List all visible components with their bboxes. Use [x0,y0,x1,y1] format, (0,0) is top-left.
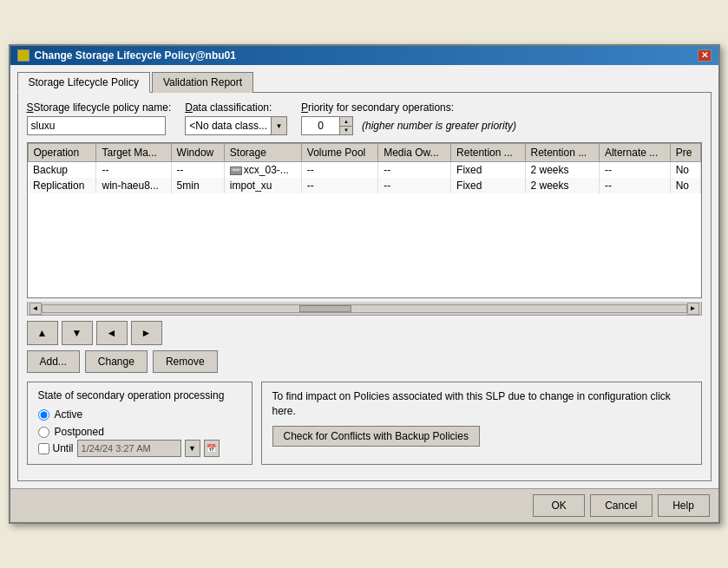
data-classification-label: Data classification: [185,101,287,114]
scroll-right-button[interactable]: ► [687,303,699,315]
spinner-down-button[interactable]: ▼ [340,127,352,135]
scroll-left-button[interactable]: ◄ [30,303,42,315]
nav-left-button[interactable]: ◄ [96,321,128,345]
title-bar-left: Change Storage Lifecycle Policy@nbu01 [17,49,236,62]
col-volume-pool: Volume Pool [301,144,377,162]
volume-pool-cell: -- [301,178,377,193]
state-box-title: State of secondary operation processing [38,389,241,402]
storage-icon [230,166,242,175]
window-title: Change Storage Lifecycle Policy@nbu01 [35,49,236,62]
data-classification-group: Data classification: <No data class... ▼ [185,101,287,135]
datetime-cal-button[interactable]: 📅 [204,440,220,457]
nav-up-button[interactable]: ▲ [27,321,58,345]
tab-content: SStorage lifecycle policy name: Data cla… [17,92,712,481]
retention1-cell: Fixed [451,162,525,179]
col-window: Window [171,144,224,162]
retention1-cell: Fixed [451,178,525,193]
close-button[interactable]: ✕ [698,49,712,62]
priority-label: Priority for secondary operations: [301,101,516,114]
volume-pool-cell: -- [301,162,377,179]
col-retention2: Retention ... [525,144,599,162]
retention2-cell: 2 weeks [525,178,599,193]
nav-right-button[interactable]: ► [131,321,162,345]
select-arrow-icon[interactable]: ▼ [271,117,286,134]
ok-button[interactable]: OK [533,494,585,517]
until-row: Until ▼ 📅 [38,440,241,457]
data-classification-select[interactable]: <No data class... ▼ [185,116,287,135]
active-radio[interactable] [38,409,49,421]
help-button[interactable]: Help [658,494,710,517]
app-icon [17,49,30,62]
policy-name-input[interactable] [27,116,166,135]
datetime-down-button[interactable]: ▼ [185,440,200,457]
main-dialog: Change Storage Lifecycle Policy@nbu01 ✕ … [9,44,720,524]
storage-cell: impot_xu [224,178,301,193]
target-ma-cell: win-haeu8... [96,178,171,193]
col-target-ma: Target Ma... [96,144,171,162]
postponed-radio[interactable] [38,427,49,438]
bottom-section: State of secondary operation processing … [27,382,702,465]
table-row[interactable]: Replication win-haeu8... 5min impot_xu -… [28,178,700,193]
remove-button[interactable]: Remove [153,350,218,373]
dialog-body: Storage Lifecycle Policy Validation Repo… [10,65,718,488]
retention2-cell: 2 weeks [525,162,599,179]
postponed-radio-label[interactable]: Postponed [38,426,241,438]
policy-name-group: SStorage lifecycle policy name: [27,101,172,135]
target-ma-cell: -- [96,162,171,179]
tab-bar: Storage Lifecycle Policy Validation Repo… [17,72,712,93]
scroll-thumb[interactable] [299,305,351,312]
col-operation: Operation [28,144,96,162]
window-cell: -- [171,162,224,179]
horizontal-scrollbar[interactable]: ◄ ► [27,302,702,316]
media-owner-cell: -- [378,162,451,179]
radio-group: Active Postponed [38,408,241,438]
col-alternate: Alternate ... [599,144,670,162]
tab-slp[interactable]: Storage Lifecycle Policy [17,72,150,93]
spinner-up-button[interactable]: ▲ [340,117,352,127]
alternate-cell: -- [599,178,670,193]
window-cell: 5min [171,178,224,193]
pre-cell: No [670,162,700,179]
check-conflicts-button[interactable]: Check for Conflicts with Backup Policies [272,426,480,447]
col-storage: Storage [224,144,301,162]
until-checkbox[interactable] [38,443,49,454]
postponed-label: Postponed [55,426,104,438]
nav-down-button[interactable]: ▼ [62,321,93,345]
add-button[interactable]: Add... [27,350,80,373]
operations-table-container[interactable]: Operation Target Ma... Window Storage Vo… [27,142,702,298]
conflict-text: To find impact on Policies associated wi… [272,389,691,419]
operation-cell: Backup [28,162,96,179]
active-label: Active [55,408,83,421]
nav-buttons: ▲ ▼ ◄ ► [27,321,702,345]
col-media-owner: Media Ow... [378,144,451,162]
pre-cell: No [670,178,700,193]
active-radio-label[interactable]: Active [38,408,241,421]
col-pre: Pre [670,144,700,162]
until-label: Until [53,442,74,454]
dialog-footer: OK Cancel Help [10,488,718,522]
operation-cell: Replication [28,178,96,193]
media-owner-cell: -- [378,178,451,193]
alternate-cell: -- [599,162,670,179]
cancel-button[interactable]: Cancel [590,494,652,517]
title-bar: Change Storage Lifecycle Policy@nbu01 ✕ [10,46,718,65]
tab-validation[interactable]: Validation Report [152,72,253,93]
scroll-track[interactable] [42,304,687,313]
action-buttons: Add... Change Remove [27,350,702,373]
storage-cell: xcx_03-... [224,162,301,179]
col-retention1: Retention ... [451,144,525,162]
state-box: State of secondary operation processing … [27,382,253,465]
until-datetime-input[interactable] [77,440,181,457]
priority-spinner[interactable]: 0 ▲ ▼ [301,116,353,135]
form-row: SStorage lifecycle policy name: Data cla… [27,101,702,135]
table-row[interactable]: Backup -- -- xcx_03-... -- -- Fixed 2 we… [28,162,700,179]
priority-hint: (higher number is greater priority) [362,120,516,132]
priority-group: Priority for secondary operations: 0 ▲ ▼… [301,101,516,135]
conflict-box: To find impact on Policies associated wi… [261,382,702,465]
change-button[interactable]: Change [85,350,148,373]
operations-table: Operation Target Ma... Window Storage Vo… [28,143,701,193]
policy-name-label: SStorage lifecycle policy name: [27,101,172,114]
